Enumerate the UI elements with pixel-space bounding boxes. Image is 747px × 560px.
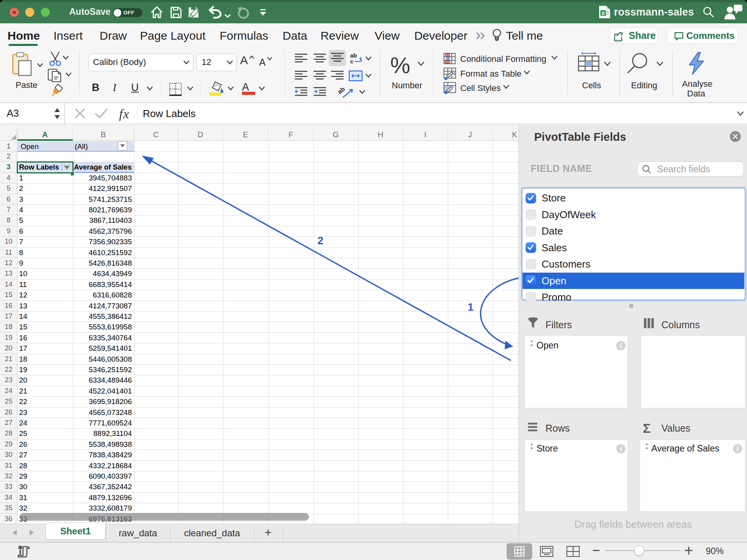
svg-text:c: c	[350, 58, 353, 65]
svg-text:X: X	[601, 10, 605, 16]
svg-text:ab: ab	[338, 86, 346, 95]
